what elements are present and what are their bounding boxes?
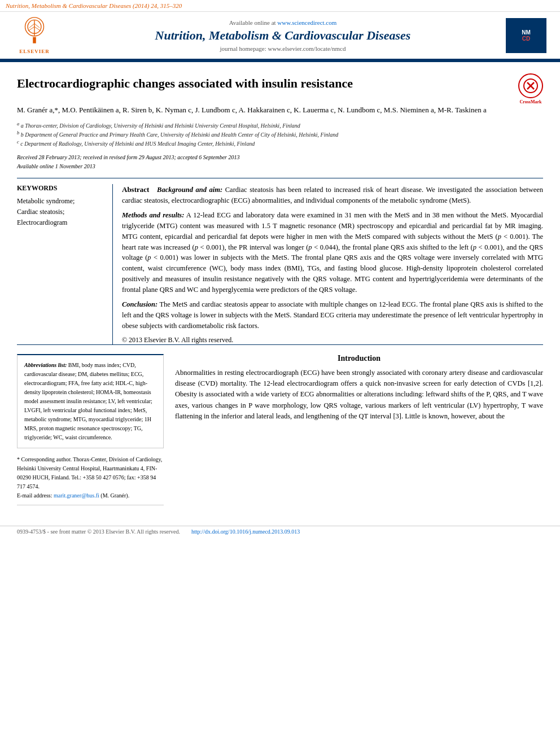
sciencedirect-link[interactable]: www.sciencedirect.com [277,19,336,26]
available-online-text: Available online at www.sciencedirect.co… [60,19,506,26]
footer: 0939-4753/$ - see front matter © 2013 El… [0,526,560,537]
methods-title: Methods and results: [122,211,184,219]
nmcd-letters: NM [522,29,531,36]
elsevier-logo: ELSEVIER [9,16,60,54]
available-online-date: Available online 1 November 2013 [17,162,543,171]
footer-copyright: 0939-4753/$ - see front matter © 2013 El… [17,528,180,535]
right-column: Introduction Abnormalities in resting el… [175,354,543,505]
affiliation-c: c c Department of Radiology, University … [17,139,543,148]
journal-homepage: journal homepage: www.elsevier.com/locat… [60,45,506,52]
crossmark-area: CrossMark [518,73,543,104]
abstract-keywords-area: KEYWORDS Metabolic syndrome; Cardiac ste… [17,178,543,344]
introduction-text: Abnormalities in resting electrocardiogr… [175,368,543,422]
corresponding-box: * Corresponding author. Thorax-Center, D… [17,455,164,505]
abstract-background: Abstract Background and aim: Cardiac ste… [122,184,543,206]
corresponding-text: * Corresponding author. Thorax-Center, D… [17,455,164,491]
content-divider [17,344,543,345]
introduction-heading: Introduction [175,354,543,363]
title-area: Electrocardiographic changes associated … [17,71,543,104]
nmcd-letters2: CD [522,36,530,42]
email-note: (M. Granér). [100,492,129,499]
abstract-conclusion: Conclusion: The MetS and cardiac steatos… [122,299,543,331]
svg-rect-0 [33,37,36,43]
authors-text: M. Granér a,*, M.O. Pentikäinen a, R. Si… [17,106,487,114]
background-title: Background and aim: [157,186,222,194]
svg-line-4 [28,27,34,30]
received-date: Received 28 February 2013; received in r… [17,153,543,162]
crossmark-circle [518,73,543,98]
main-content: Electrocardiographic changes associated … [0,62,560,514]
email-line: E-mail address: marit.graner@hus.fi (M. … [17,491,164,500]
methods-text: A 12-lead ECG and laboratory data were e… [122,211,543,293]
journal-header: ELSEVIER Available online at www.science… [0,12,560,60]
email-label: E-mail address: [17,492,52,499]
keywords-section: KEYWORDS Metabolic syndrome; Cardiac ste… [17,184,113,344]
abstract-section-area: Abstract Background and aim: Cardiac ste… [122,184,543,344]
doi-link[interactable]: http://dx.doi.org/10.1016/j.numecd.2013.… [191,528,300,535]
keywords-title: KEYWORDS [17,184,106,193]
keywords-list: Metabolic syndrome; Cardiac steatosis; E… [17,196,106,229]
abbrev-title: Abbreviations list: [24,362,67,368]
journal-title: Nutrition, Metabolism & Cardiovascular D… [60,28,506,43]
affiliation-b: b b Department of General Practice and P… [17,130,543,139]
keyword-2: Cardiac steatosis; [17,207,106,217]
authors: M. Granér a,*, M.O. Pentikäinen a, R. Si… [17,104,543,116]
abstract-copyright: © 2013 Elsevier B.V. All rights reserved… [122,336,543,344]
affiliation-a: a a Thorax-center, Division of Cardiolog… [17,121,543,130]
two-col-section: Abbreviations list: BMI, body mass index… [17,354,543,505]
crossmark-label: CrossMark [520,99,542,104]
elsevier-logo-area: ELSEVIER [9,16,60,54]
conclusion-title: Conclusion: [122,300,158,308]
nmcd-logo: NM CD [506,18,546,53]
elsevier-tree-icon [18,16,51,47]
nmcd-logo-area: NM CD [506,18,551,53]
elsevier-wordmark: ELSEVIER [19,49,50,54]
conclusion-text: The MetS and cardiac steatosis appear to… [122,300,543,330]
article-title: Electrocardiographic changes associated … [17,76,507,92]
journal-title-area: Available online at www.sciencedirect.co… [60,19,506,52]
abstract-methods: Methods and results: A 12-lead ECG and l… [122,210,543,295]
abbreviations-box: Abbreviations list: BMI, body mass index… [17,354,164,448]
article-dates: Received 28 February 2013; received in r… [17,153,543,171]
affiliations: a a Thorax-center, Division of Cardiolog… [17,121,543,148]
email-link[interactable]: marit.graner@hus.fi [54,492,99,499]
keyword-1: Metabolic syndrome; [17,196,106,207]
crossmark-icon [523,78,539,94]
crossmark-badge: CrossMark [518,73,543,104]
left-column: Abbreviations list: BMI, body mass index… [17,354,164,505]
citation-text: Nutrition, Metabolism & Cardiovascular D… [6,2,182,9]
citation-bar: Nutrition, Metabolism & Cardiovascular D… [0,0,560,12]
abbrev-text: BMI, body mass index; CVD, cardiovascula… [24,362,152,440]
svg-line-5 [34,27,41,30]
keyword-3: Electrocardiogram [17,217,106,228]
abstract-label: Abstract [122,185,149,194]
